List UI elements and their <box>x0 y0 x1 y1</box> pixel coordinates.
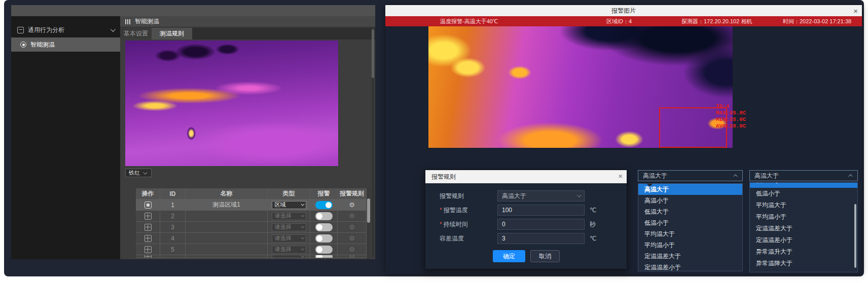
alarm-toggle[interactable] <box>315 212 333 220</box>
rule-select-value: 高温大于 <box>502 192 526 200</box>
thermal-preview-image[interactable] <box>125 41 338 166</box>
content-scrollbar-thumb[interactable] <box>372 29 374 78</box>
row-name-cell <box>186 222 268 232</box>
cancel-button[interactable]: 取消 <box>530 250 560 262</box>
alarm-toggle[interactable] <box>315 223 333 231</box>
measure-table-header: 操作ID名称类型报警报警规则 <box>136 188 367 199</box>
row-name-cell <box>186 244 268 255</box>
add-region-icon[interactable] <box>144 224 152 231</box>
sidebar-item-smart-thermometry[interactable]: 智能测温 <box>11 37 120 52</box>
tab-bar: 基本设置 测温规则 <box>120 28 375 39</box>
dialog-field-row: *报警温度℃ <box>425 205 627 216</box>
measure-table: 操作ID名称类型报警报警规则 1测温区域1区域⚙2请选择⚙3请选择⚙4请选择⚙5… <box>136 188 367 259</box>
dialog-title: 报警规则 <box>431 173 456 181</box>
confirm-button[interactable]: 确定 <box>493 250 525 262</box>
alarm-toggle[interactable] <box>315 201 333 209</box>
table-scrollbar[interactable] <box>367 188 370 259</box>
table-row[interactable]: 2请选择⚙ <box>136 211 367 222</box>
dropdown-option[interactable]: 低温大于 <box>638 206 742 217</box>
table-row[interactable]: 1测温区域1区域⚙ <box>136 199 367 211</box>
rule-gear-icon[interactable]: ⚙ <box>349 224 355 230</box>
table-scrollbar-thumb[interactable] <box>367 198 370 223</box>
dropdown-option[interactable]: 平均温小于 <box>638 239 742 251</box>
sidebar-group-behavior-analysis[interactable]: 通用行为分析 <box>11 23 120 36</box>
dropdown-option[interactable]: 定温温差大于 <box>750 223 857 234</box>
chevron-down-icon <box>301 255 304 258</box>
chevron-down-icon <box>577 193 581 197</box>
rule-type-select-2[interactable]: 高温大于 <box>749 170 858 181</box>
rule-gear-icon[interactable]: ⚙ <box>349 235 355 241</box>
dropdown-option[interactable]: 低温小于 <box>638 217 742 228</box>
chevron-down-icon <box>143 170 147 174</box>
alarm-toggle[interactable] <box>315 255 333 258</box>
dropdown-option[interactable]: 定温温差小于 <box>638 262 742 271</box>
alarm-toggle[interactable] <box>315 246 333 254</box>
dropdown-option[interactable]: 低温小于 <box>750 188 857 199</box>
rule-type-select-1[interactable]: 高温大于 <box>638 170 743 181</box>
measure-table-body: 1测温区域1区域⚙2请选择⚙3请选择⚙4请选择⚙5请选择⚙⚙ <box>136 199 367 258</box>
dropdown-option[interactable]: 平均温小于 <box>750 211 857 223</box>
dropdown-option-clipped[interactable]: 低温大于 <box>750 183 857 188</box>
row-type-value: 请选择 <box>275 212 292 220</box>
column-header: 类型 <box>268 188 310 199</box>
容差温度-input[interactable] <box>497 233 585 244</box>
持续时间-input[interactable] <box>497 219 585 230</box>
required-asterisk: * <box>440 221 442 228</box>
content-scrollbar[interactable] <box>372 28 374 257</box>
tab-thermometry-rules[interactable]: 测温规则 <box>152 28 192 39</box>
rule-gear-icon[interactable]: ⚙ <box>349 213 355 219</box>
row-type-select[interactable]: 请选择 <box>272 212 306 220</box>
locate-region-icon[interactable] <box>144 201 152 209</box>
table-row[interactable]: 3请选择⚙ <box>136 222 367 233</box>
row-type-select[interactable]: 区域 <box>272 201 306 209</box>
dropdown-option[interactable]: 平均温大于 <box>750 199 857 211</box>
add-region-icon[interactable] <box>144 246 152 253</box>
dropdown-option[interactable]: 异常温升大于 <box>750 246 857 258</box>
dropdown-2-options: 低温大于低温小于平均温大于平均温小于定温温差大于定温温差小于异常温升大于异常温降… <box>750 183 857 269</box>
tab-basic-settings[interactable]: 基本设置 <box>120 28 152 39</box>
row-type-select[interactable]: 请选择 <box>272 223 306 231</box>
row-type-select[interactable]: 请选择 <box>272 234 306 242</box>
chevron-down-icon <box>301 247 304 251</box>
dropdown-option[interactable]: 平均温大于 <box>638 228 742 239</box>
table-row[interactable]: ⚙ <box>136 255 367 258</box>
chevron-down-icon <box>301 203 304 206</box>
close-icon[interactable]: × <box>853 5 858 16</box>
palette-select[interactable]: 铁红 <box>125 169 152 177</box>
chevron-down-icon <box>111 27 116 32</box>
rule-type-dropdown-2: 低温大于低温小于平均温大于平均温小于定温温差大于定温温差小于异常温升大于异常温降… <box>749 182 858 272</box>
alarm-toggle[interactable] <box>315 234 333 242</box>
rule-gear-icon[interactable]: ⚙ <box>349 255 355 258</box>
alarm-window-titlebar: 报警图片 × <box>385 5 862 16</box>
rule-select[interactable]: 高温大于 <box>497 190 585 201</box>
dropdown-option[interactable]: 定温温差大于 <box>638 251 742 262</box>
settings-topbar <box>11 5 375 16</box>
dropdown-scrollbar-thumb[interactable] <box>854 204 856 268</box>
add-region-icon[interactable] <box>144 235 152 242</box>
sidebar: 通用行为分析 智能测温 <box>11 16 120 259</box>
column-header: 报警 <box>310 188 338 199</box>
rule-gear-icon[interactable]: ⚙ <box>349 246 355 253</box>
row-name-cell <box>186 211 268 221</box>
dropdown-option[interactable]: 高温大于 <box>638 184 742 195</box>
dropdown-option[interactable]: 定温温差小于 <box>750 234 857 246</box>
alarm-window-title: 报警图片 <box>385 7 862 15</box>
row-type-select[interactable]: 请选择 <box>272 246 306 254</box>
column-header: ID <box>160 188 186 199</box>
dropdown-1-options: 高温大于高温小于低温大于低温小于平均温大于平均温小于定温温差大于定温温差小于 <box>638 184 742 271</box>
table-row[interactable]: 4请选择⚙ <box>136 233 367 244</box>
field-unit: ℃ <box>590 207 596 214</box>
add-region-icon[interactable] <box>144 213 152 220</box>
row-type-select[interactable] <box>272 255 306 258</box>
rule-gear-icon[interactable]: ⚙ <box>349 201 355 208</box>
add-region-icon[interactable] <box>144 255 152 258</box>
sidebar-group-label: 通用行为分析 <box>28 26 64 34</box>
dropdown-option[interactable]: 异常温降大于 <box>750 258 857 269</box>
palette-value: 铁红 <box>129 169 140 177</box>
报警温度-input[interactable] <box>497 205 585 216</box>
dropdown-option[interactable]: 高温小于 <box>638 195 742 206</box>
behavior-analysis-icon <box>17 27 24 33</box>
alert-message: 温度报警-高温大于40℃ <box>440 16 498 26</box>
dialog-close-icon[interactable]: × <box>618 170 623 181</box>
table-row[interactable]: 5请选择⚙ <box>136 244 367 255</box>
